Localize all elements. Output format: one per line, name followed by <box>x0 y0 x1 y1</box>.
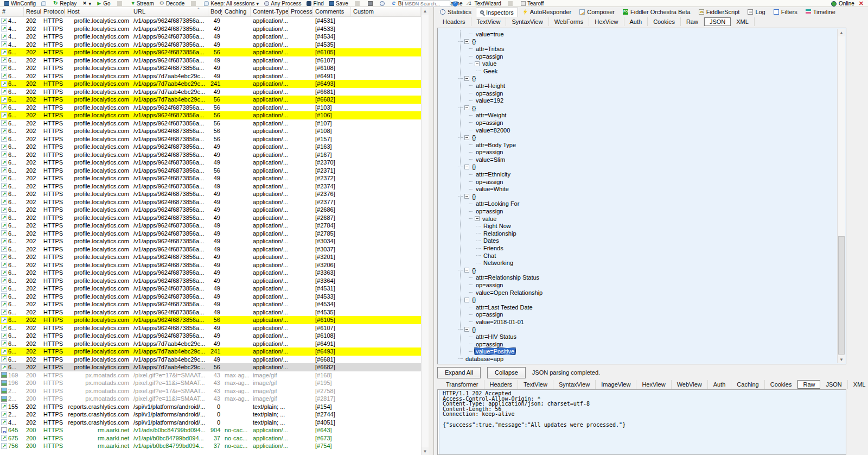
session-row[interactable]: 6... 202 HTTPS profile.localytics.com /v… <box>0 245 421 254</box>
session-row[interactable]: 6... 202 HTTPS profile.localytics.com /v… <box>0 230 421 238</box>
session-row[interactable]: 6... 202 HTTPS profile.localytics.com /v… <box>0 261 421 269</box>
request-tab[interactable]: XML <box>731 17 755 26</box>
collapse-box-icon[interactable] <box>464 135 469 140</box>
toolbar-item[interactable]: WinConfig <box>2 0 39 7</box>
column-header[interactable]: Content-Type <box>251 7 289 16</box>
response-tab[interactable]: Auth <box>708 380 732 389</box>
session-row[interactable]: 196 200 HTTPS px.moatads.com /pixel.gif?… <box>0 379 421 387</box>
toolbar-item[interactable] <box>187 0 201 7</box>
toolbar-item[interactable]: Keep: All sessions ▾ <box>201 0 261 7</box>
expand-all-button[interactable]: Expand All <box>437 367 481 378</box>
column-header[interactable]: Caching <box>222 7 251 16</box>
session-row[interactable]: 6... 202 HTTPS profile.localytics.com /v… <box>0 316 421 324</box>
session-row[interactable]: 6... 202 HTTPS profile.localytics.com /v… <box>0 293 421 301</box>
json-tree-node[interactable]: {} <box>438 326 837 333</box>
session-row[interactable]: 756 200 HTTPS rm.aarki.net /v1/api/b0bc8… <box>0 442 421 450</box>
main-tab[interactable]: Filters <box>770 8 801 17</box>
session-row[interactable]: 6... 202 HTTPS profile.localytics.com /v… <box>0 127 421 135</box>
json-tree-node[interactable]: op=assign <box>438 149 837 156</box>
toolbar-item[interactable] <box>365 0 377 7</box>
session-row[interactable]: 6... 202 HTTPS profile.localytics.com /v… <box>0 80 421 88</box>
response-tab[interactable]: Headers <box>484 380 519 389</box>
column-header[interactable]: Process <box>289 7 313 16</box>
json-tree-node[interactable]: value=White <box>438 185 837 193</box>
main-tab[interactable]: Composer <box>576 8 618 17</box>
session-row[interactable]: 6... 202 HTTPS profile.localytics.com /v… <box>0 332 421 340</box>
response-raw-panel[interactable]: HTTP/1.1 202 Accepted Access-Control-All… <box>437 389 846 455</box>
json-tree-node[interactable]: Networking <box>438 259 837 267</box>
session-row[interactable]: 169 200 HTTPS px.moatads.com /pixel.gif?… <box>0 371 421 380</box>
column-header[interactable]: URL <box>131 7 208 16</box>
scroll-up-icon[interactable]: ▲ <box>838 29 845 36</box>
session-row[interactable]: 4... 202 HTTPS profile.localytics.com /v… <box>0 41 421 49</box>
collapse-box-icon[interactable] <box>464 39 469 44</box>
session-row[interactable]: 6... 202 HTTPS profile.localytics.com /v… <box>0 167 421 175</box>
collapse-box-icon[interactable] <box>464 165 469 169</box>
session-row[interactable]: 2... 202 HTTPS reports.crashlytics.com /… <box>0 410 421 419</box>
session-row[interactable]: 6... 202 HTTPS profile.localytics.com /v… <box>0 206 421 214</box>
toolbar-item[interactable]: Save <box>327 0 351 7</box>
session-row[interactable]: 6... 202 HTTPS profile.localytics.com /v… <box>0 198 421 206</box>
json-tree-node[interactable]: Dates <box>438 237 837 245</box>
column-header[interactable]: Comments <box>313 7 351 16</box>
scroll-up-icon[interactable]: ▲ <box>422 7 429 15</box>
json-tree-node[interactable]: op=assign <box>438 178 837 186</box>
json-tree-node[interactable]: value=2018-01-01 <box>438 318 837 326</box>
session-row[interactable]: 4... 202 HTTPS reports.crashlytics.com /… <box>0 419 421 427</box>
panel-splitter[interactable] <box>429 7 434 455</box>
collapse-box-icon[interactable] <box>464 105 469 110</box>
json-tree-node[interactable]: value <box>438 215 837 223</box>
session-row[interactable]: 6... 202 HTTPS profile.localytics.com /v… <box>0 214 421 222</box>
session-row[interactable]: 6... 202 HTTPS profile.localytics.com /v… <box>0 96 421 104</box>
main-tab[interactable]: Inspectors <box>476 8 518 17</box>
collapse-box-icon[interactable] <box>464 268 469 273</box>
session-row[interactable]: 6... 202 HTTPS profile.localytics.com /v… <box>0 182 421 191</box>
session-row[interactable]: 6... 202 HTTPS profile.localytics.com /v… <box>0 111 421 119</box>
main-tab[interactable]: Log <box>744 8 769 17</box>
session-row[interactable]: 6... 202 HTTPS profile.localytics.com /v… <box>0 48 421 56</box>
toolbar-item[interactable]: Find <box>304 0 326 7</box>
json-tree-node[interactable]: attr=Tribes <box>438 45 837 53</box>
json-tree-node[interactable]: value=Open Relationship <box>438 289 837 296</box>
json-tree-node[interactable]: attr=Weight <box>438 112 837 119</box>
session-row[interactable]: 6... 202 HTTPS profile.localytics.com /v… <box>0 363 421 371</box>
response-tab[interactable]: XML <box>848 380 868 389</box>
json-tree-node[interactable]: attr=Looking For <box>438 200 837 208</box>
json-tree-node[interactable]: attr=Last Tested Date <box>438 304 837 311</box>
toolbar-item[interactable]: Any Process <box>261 0 304 7</box>
json-tree-node[interactable]: attr=Relationship Status <box>438 274 837 282</box>
session-row[interactable]: 4... 202 HTTPS profile.localytics.com /v… <box>0 33 421 41</box>
response-tab[interactable]: HexView <box>636 380 671 389</box>
json-tree-node[interactable]: value=true <box>438 30 837 38</box>
main-tab[interactable]: Statistics <box>436 8 475 17</box>
toolbar-item[interactable] <box>351 0 365 7</box>
toolbar-item[interactable]: ▾ <box>79 0 94 7</box>
session-row[interactable]: 6... 202 HTTPS profile.localytics.com /v… <box>0 151 421 159</box>
session-row[interactable]: 6... 202 HTTPS profile.localytics.com /v… <box>0 253 421 261</box>
json-tree-node[interactable]: {} <box>438 193 837 200</box>
json-tree-node[interactable]: Geek <box>438 67 837 75</box>
session-row[interactable]: 6... 202 HTTPS profile.localytics.com /v… <box>0 135 421 143</box>
json-tree-node[interactable]: {} <box>438 134 837 141</box>
collapse-box-icon[interactable] <box>464 76 469 81</box>
main-tab[interactable]: Fiddler Orchestra Beta <box>619 8 694 17</box>
session-row[interactable]: 6... 202 HTTPS profile.localytics.com /v… <box>0 285 421 293</box>
request-tab[interactable]: SyntaxView <box>506 17 548 26</box>
session-row[interactable]: 6... 202 HTTPS profile.localytics.com /v… <box>0 308 421 317</box>
session-row[interactable]: 2... 200 HTTPS px.moatads.com /pixel.gif… <box>0 395 421 403</box>
session-row[interactable]: 6... 202 HTTPS profile.localytics.com /v… <box>0 88 421 96</box>
toolbar-item[interactable] <box>39 0 50 7</box>
json-tree-node[interactable]: value=Slim <box>438 156 837 163</box>
json-tree-node[interactable]: attr=Body Type <box>438 141 837 149</box>
column-header[interactable]: Protocol <box>41 7 65 16</box>
json-tree-node[interactable]: value=192 <box>438 97 837 104</box>
column-header[interactable]: Result <box>24 7 41 16</box>
json-tree-node[interactable]: value=82000 <box>438 127 837 134</box>
help-icon[interactable] <box>452 1 458 7</box>
toolbar-item[interactable] <box>113 0 127 7</box>
json-tree-node[interactable]: {} <box>438 38 837 46</box>
session-row[interactable]: 6... 202 HTTPS profile.localytics.com /v… <box>0 143 421 151</box>
session-row[interactable]: 6... 202 HTTPS profile.localytics.com /v… <box>0 324 421 332</box>
response-tab[interactable]: TextView <box>518 380 553 389</box>
session-row[interactable]: 6... 202 HTTPS profile.localytics.com /v… <box>0 119 421 128</box>
